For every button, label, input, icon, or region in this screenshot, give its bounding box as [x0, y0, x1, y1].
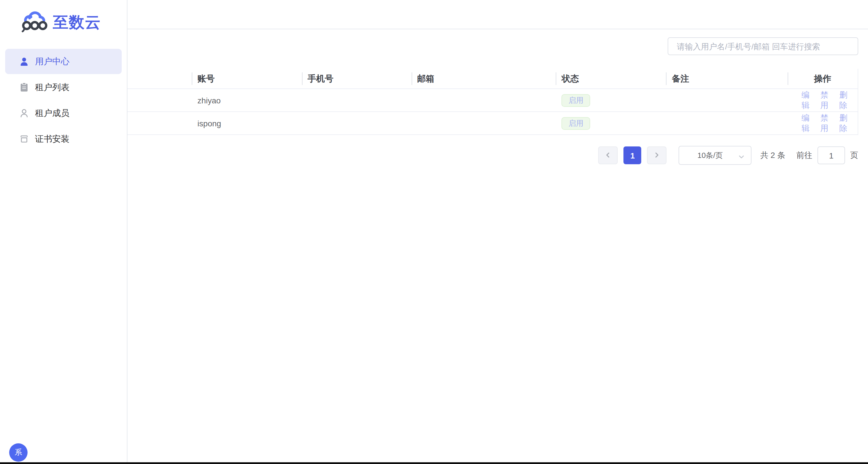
- user-filled-icon: [19, 56, 29, 67]
- sidebar-item-user-center[interactable]: 用户中心: [5, 49, 122, 74]
- col-header-phone: 手机号: [302, 69, 412, 88]
- chevron-left-icon: [605, 151, 612, 160]
- certificate-box-icon: [19, 134, 29, 144]
- col-header-status: 状态: [556, 69, 666, 88]
- table-row: ispong 启用 编辑 禁用 删除: [127, 112, 858, 135]
- disable-link[interactable]: 禁用: [820, 113, 831, 133]
- edit-link[interactable]: 编辑: [801, 113, 812, 133]
- chevron-down-icon: [739, 153, 745, 162]
- cell-expand: [127, 112, 192, 134]
- clipboard-icon: [19, 82, 29, 92]
- sidebar-item-tenant-list[interactable]: 租户列表: [5, 75, 122, 100]
- total-count-label: 共 2 条: [761, 150, 785, 160]
- goto-label: 前往: [796, 150, 812, 160]
- disable-link[interactable]: 禁用: [820, 90, 831, 111]
- cell-remark: [666, 112, 788, 134]
- page-unit-label: 页: [850, 150, 858, 160]
- cell-status: 启用: [556, 112, 666, 134]
- cell-phone: [302, 112, 412, 134]
- cell-status: 启用: [556, 89, 666, 112]
- page-number-button[interactable]: 1: [624, 147, 642, 164]
- header-divider: [127, 29, 868, 29]
- logo-text: 至数云: [53, 12, 101, 33]
- page-size-select[interactable]: 10条/页: [679, 146, 752, 165]
- sidebar-item-tenant-members[interactable]: 租户成员: [5, 100, 122, 126]
- next-page-button[interactable]: [647, 147, 667, 164]
- cell-email: [411, 112, 556, 134]
- sidebar-menu: 用户中心 租户列表: [0, 49, 127, 152]
- table-header-row: 账号 手机号 邮箱 状态 备注 操作: [127, 69, 858, 89]
- sidebar-item-label: 租户成员: [35, 108, 69, 119]
- chevron-right-icon: [654, 151, 660, 160]
- prev-page-button[interactable]: [598, 147, 618, 164]
- cell-account: zhiyao: [192, 89, 302, 112]
- delete-link[interactable]: 删除: [839, 90, 850, 111]
- app-root: 至数云 用户中心: [0, 0, 868, 464]
- pagination: 1 10条/页 共 2 条 前往 页: [598, 146, 858, 165]
- col-header-remark: 备注: [666, 69, 788, 88]
- col-header-expand: [127, 69, 192, 88]
- cell-phone: [302, 89, 412, 112]
- bottom-edge-bar: [0, 462, 868, 464]
- status-badge: 启用: [562, 117, 590, 129]
- search-box: [668, 37, 858, 55]
- search-input[interactable]: [668, 37, 858, 55]
- table-row: zhiyao 启用 编辑 禁用 删除: [127, 89, 858, 112]
- page-size-value: 10条/页: [698, 150, 723, 160]
- logo[interactable]: 至数云: [21, 10, 101, 35]
- users-table: 账号 手机号 邮箱 状态 备注 操作 zhiyao 启用 编辑 禁用 删除 is…: [127, 69, 858, 135]
- delete-link[interactable]: 删除: [839, 113, 850, 133]
- sidebar: 至数云 用户中心: [0, 0, 127, 464]
- user-avatar[interactable]: 系: [9, 443, 28, 462]
- sidebar-item-label: 证书安装: [35, 133, 69, 145]
- status-badge: 启用: [562, 94, 590, 106]
- edit-link[interactable]: 编辑: [801, 90, 812, 111]
- sidebar-item-certificate-install[interactable]: 证书安装: [5, 126, 122, 152]
- cell-remark: [666, 89, 788, 112]
- cell-actions: 编辑 禁用 删除: [787, 112, 858, 134]
- cloud-logo-icon: [21, 10, 48, 35]
- cell-email: [411, 89, 556, 112]
- sidebar-item-label: 租户列表: [35, 82, 69, 93]
- cell-actions: 编辑 禁用 删除: [787, 89, 858, 112]
- col-header-email: 邮箱: [411, 69, 556, 88]
- col-header-account: 账号: [192, 69, 302, 88]
- col-header-actions: 操作: [787, 69, 858, 88]
- user-outline-icon: [19, 108, 29, 118]
- goto-page-input[interactable]: [817, 147, 845, 164]
- sidebar-item-label: 用户中心: [35, 56, 69, 67]
- cell-expand: [127, 89, 192, 112]
- cell-account: ispong: [192, 112, 302, 134]
